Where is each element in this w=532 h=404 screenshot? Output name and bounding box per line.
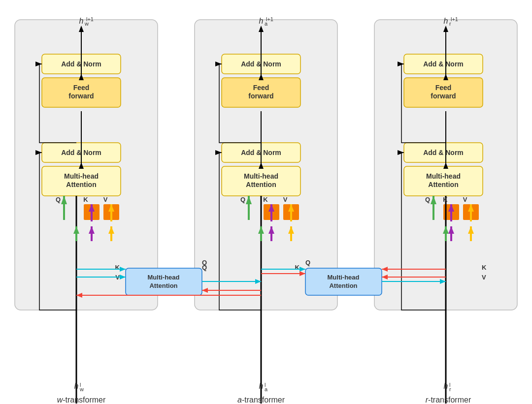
a-multi-head-label2: Attention [246,181,276,188]
ar-r-v-label: V [482,274,486,281]
main-diagram: Add & Norm Feed forward Add & Norm Multi… [0,0,532,404]
a-v-label: V [283,196,288,203]
r-k-label: K [443,196,448,203]
w-output-label: h [79,17,84,25]
diagram-container: Add & Norm Feed forward Add & Norm Multi… [0,0,532,404]
r-feed-forward-label2: forward [431,92,456,100]
w-input-label: h [74,382,79,390]
ar-k-label: K [295,264,300,271]
r-output-label: h [444,17,448,25]
wa-in-q-label: Q [202,259,207,266]
r-add-norm-mid-label: Add & Norm [423,149,464,156]
a-output-label: h [259,17,264,25]
w-q-label: Q [56,196,61,203]
w-v-label: V [103,196,108,203]
a-multi-head-label: Multi-head [244,172,278,180]
r-add-norm-top-label: Add & Norm [423,60,464,68]
ar-r-k-label: K [482,264,487,271]
a-k-label: K [263,196,268,203]
a-feed-forward-label: Feed [253,84,269,92]
r-multi-head-label: Multi-head [426,172,461,180]
a-feed-forward-label2: forward [248,92,273,100]
r-feed-forward-label: Feed [435,84,452,92]
a-input-sub: a [265,386,268,392]
w-feed-forward-label: Feed [73,84,90,92]
ar-cross-label: Multi-head [328,274,360,281]
wa-cross-label: Multi-head [148,274,180,281]
r-output-sub2: r [449,21,451,27]
r-input-sub: r [449,386,451,392]
r-v-label: V [463,196,467,203]
a-q-label: Q [240,196,245,203]
r-multi-head-label2: Attention [428,181,458,188]
ar-cross-label2: Attention [329,282,357,289]
r-q-label: Q [425,196,430,203]
w-feed-forward-label2: forward [68,92,94,100]
wa-cross-label2: Attention [149,282,177,289]
r-output-sub: l+1 [451,16,458,22]
wa-k-label: K [115,264,120,271]
ar-in-q-label: Q [305,259,310,266]
a-transformer-label: a-transformer [237,396,285,404]
w-input-sub: w [79,386,84,392]
w-transformer-label: w-transformer [57,396,106,404]
w-multi-head-label2: Attention [66,181,96,188]
a-output-sub2: a [265,21,268,27]
a-input-label: h [259,382,264,390]
w-k-label: K [83,196,88,203]
w-output-sub2: w [84,21,89,27]
w-multi-head-label: Multi-head [64,172,99,180]
r-input-label: h [444,382,448,390]
r-transformer-label: r-transformer [426,396,471,404]
